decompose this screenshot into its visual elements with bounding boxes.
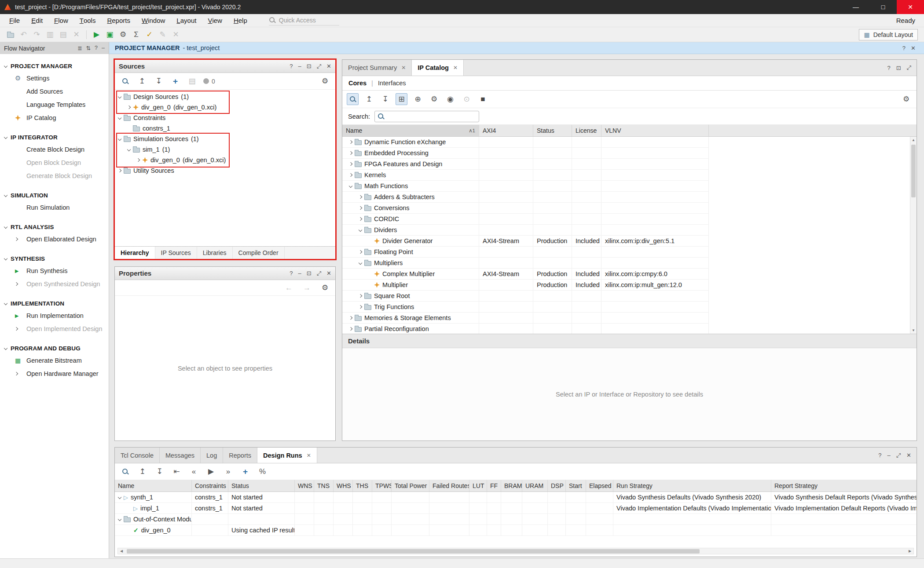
float-icon[interactable]: ⊡ <box>307 63 312 70</box>
column-header-axi4[interactable]: AXI4 <box>479 125 533 136</box>
column-header-total-power[interactable]: Total Power <box>392 480 429 492</box>
sources-tab-libraries[interactable]: Libraries <box>197 247 233 259</box>
layout-selector[interactable]: ▦ Default Layout <box>859 29 918 40</box>
minimize-icon[interactable]: ‒ <box>102 45 105 51</box>
help-icon[interactable]: ? <box>95 45 98 51</box>
column-header-status[interactable]: Status <box>228 480 295 492</box>
ip-search-box[interactable] <box>374 111 479 122</box>
messages-badge-icon[interactable]: 0 <box>203 75 216 87</box>
help-icon[interactable]: ? <box>902 45 906 51</box>
run-row-synth-1[interactable]: ▷synth_1constrs_1Not startedVivado Synth… <box>115 492 917 503</box>
expander-icon[interactable] <box>359 228 362 232</box>
column-header-elapsed[interactable]: Elapsed <box>586 480 613 492</box>
source-tree-item-utility-sources[interactable]: Utility Sources <box>115 165 335 176</box>
run-icon[interactable]: ▶ <box>91 29 103 40</box>
menu-flow[interactable]: Flow <box>48 14 74 27</box>
settings-icon[interactable]: ⚙ <box>117 29 129 40</box>
step-back-icon[interactable]: « <box>188 466 200 477</box>
expander-icon[interactable] <box>349 140 352 144</box>
search-icon[interactable] <box>347 93 359 105</box>
ip-row-multiplier[interactable]: MultiplierProductionIncludedxilinx.com:i… <box>342 280 709 291</box>
close-icon[interactable]: ✕ <box>326 270 331 277</box>
menu-view[interactable]: View <box>202 14 228 27</box>
expander-icon[interactable] <box>359 195 362 199</box>
sources-tab-hierarchy[interactable]: Hierarchy <box>115 247 155 259</box>
source-tree-item-constrs-1[interactable]: constrs_1 <box>115 123 335 134</box>
flownav-item-open-elaborated-design[interactable]: Open Elaborated Design <box>0 233 109 246</box>
expander-icon[interactable] <box>349 151 352 155</box>
quick-access-search[interactable]: Quick Access <box>269 16 339 25</box>
close-icon[interactable]: ✕ <box>906 452 911 459</box>
column-header-name[interactable]: Name∧1 <box>342 125 479 136</box>
expander-icon[interactable] <box>359 217 362 221</box>
column-header-vlnv[interactable]: VLNV <box>601 125 709 136</box>
ip-row-cordic[interactable]: CORDIC <box>342 214 709 225</box>
column-header-failed-routes[interactable]: Failed Routes <box>429 480 469 492</box>
collapse-all-icon[interactable]: ↥ <box>136 75 148 87</box>
float-icon[interactable]: ⊡ <box>896 65 901 71</box>
column-header-status[interactable]: Status <box>533 125 572 136</box>
tab-messages[interactable]: Messages <box>160 448 201 463</box>
ip-row-floating-point[interactable]: Floating Point <box>342 247 709 258</box>
save-icon[interactable] <box>4 29 16 40</box>
tab-project-summary[interactable]: Project Summary✕ <box>342 60 412 76</box>
ip-row-adders-subtracters[interactable]: Adders & Subtracters <box>342 192 709 203</box>
expand-all-icon[interactable]: ↧ <box>153 75 165 87</box>
hierarchy-view-icon[interactable]: ⊞ <box>396 93 407 105</box>
close-icon[interactable]: ✕ <box>326 63 331 70</box>
maximize-icon[interactable]: ⤢ <box>317 270 321 277</box>
ip-row-trig-functions[interactable]: Trig Functions <box>342 302 709 313</box>
column-header-tns[interactable]: TNS <box>314 480 334 492</box>
step-forward-icon[interactable]: » <box>222 466 234 477</box>
horizontal-scrollbar[interactable]: ◀ ▶ <box>117 548 914 554</box>
ip-row-partial-reconfiguration[interactable]: Partial Reconfiguration <box>342 324 709 334</box>
minimize-button[interactable]: — <box>842 0 869 14</box>
flownav-section-header-simulation[interactable]: SIMULATION <box>0 189 109 201</box>
scroll-left-icon[interactable]: ◀ <box>118 549 125 553</box>
menu-reports[interactable]: Reports <box>101 14 136 27</box>
expander-icon[interactable] <box>349 327 352 331</box>
flownav-section-header-synthesis[interactable]: SYNTHESIS <box>0 253 109 264</box>
source-tree-item-constraints[interactable]: Constraints <box>115 113 335 123</box>
ip-row-dividers[interactable]: Dividers <box>342 225 709 236</box>
expander-icon[interactable] <box>349 184 352 188</box>
minimize-icon[interactable]: ‒ <box>298 63 301 70</box>
subtab-cores[interactable]: Cores <box>348 80 367 87</box>
flownav-item-generate-bitstream[interactable]: ▦Generate Bitstream <box>0 354 109 367</box>
create-run-icon[interactable]: + <box>239 466 251 477</box>
column-header-wns[interactable]: WNS <box>295 480 314 492</box>
scroll-right-icon[interactable]: ▶ <box>906 549 913 553</box>
flownav-item-run-simulation[interactable]: Run Simulation <box>0 201 109 214</box>
maximize-icon[interactable]: ⤢ <box>317 63 321 70</box>
column-header-tpws[interactable]: TPWS <box>372 480 392 492</box>
expander-icon[interactable] <box>118 137 121 141</box>
source-tree-item-design-sources[interactable]: Design Sources(1) <box>115 91 335 102</box>
ip-row-kernels[interactable]: Kernels <box>342 170 709 181</box>
scroll-up-icon[interactable]: ▲ <box>912 137 915 143</box>
add-sources-icon[interactable]: + <box>169 75 181 87</box>
expander-icon[interactable] <box>136 158 140 162</box>
sources-tab-compile-order[interactable]: Compile Order <box>233 247 285 259</box>
minimize-icon[interactable]: ‒ <box>887 452 890 459</box>
flownav-item-add-sources[interactable]: Add Sources <box>0 85 109 98</box>
flownav-section-header-program-and-debug[interactable]: PROGRAM AND DEBUG <box>0 342 109 354</box>
flownav-item-language-templates[interactable]: Language Templates <box>0 98 109 111</box>
flownav-item-create-block-design[interactable]: Create Block Design <box>0 143 109 156</box>
help-icon[interactable]: ? <box>290 63 293 70</box>
expander-icon[interactable] <box>118 517 121 521</box>
expand-all-icon[interactable]: ↧ <box>379 93 391 105</box>
ip-row-multipliers[interactable]: Multipliers <box>342 258 709 269</box>
column-header-uram[interactable]: URAM <box>522 480 548 492</box>
properties-settings-icon[interactable]: ⚙ <box>319 282 331 294</box>
ip-row-memories-storage-elements[interactable]: Memories & Storage Elements <box>342 313 709 324</box>
flownav-item-ip-catalog[interactable]: IP Catalog <box>0 111 109 124</box>
source-tree-item-div-gen-0[interactable]: div_gen_0(div_gen_0.xci) <box>115 102 335 113</box>
column-header-whs[interactable]: WHS <box>334 480 353 492</box>
flownav-item-settings[interactable]: ⚙Settings <box>0 72 109 85</box>
search-icon[interactable] <box>119 466 131 477</box>
run-row-impl-1[interactable]: ▷impl_1constrs_1Not startedVivado Implem… <box>115 503 917 514</box>
flownav-item-run-implementation[interactable]: ▶Run Implementation <box>0 309 109 322</box>
flownav-item-open-block-design[interactable]: Open Block Design <box>0 156 109 169</box>
column-header-license[interactable]: License <box>572 125 601 136</box>
close-icon[interactable]: ✕ <box>911 45 916 51</box>
